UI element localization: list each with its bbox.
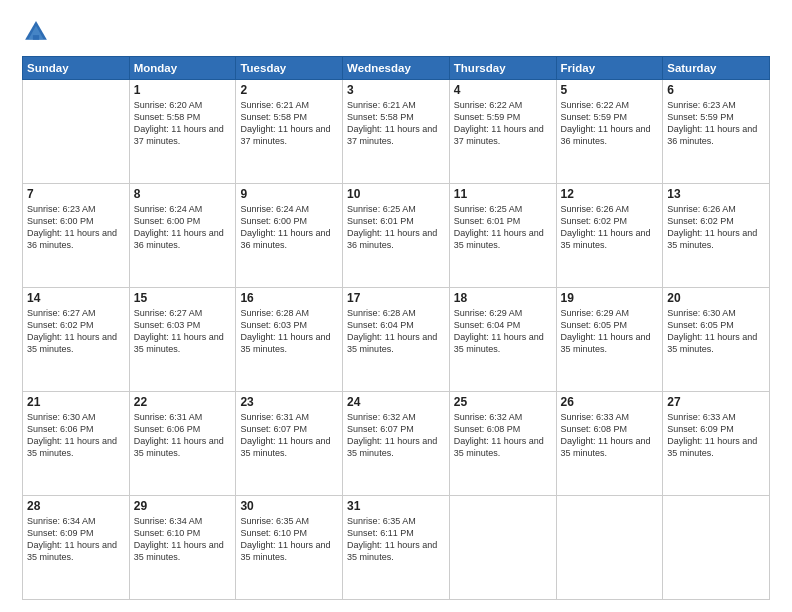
day-cell — [23, 80, 130, 184]
calendar-table: SundayMondayTuesdayWednesdayThursdayFrid… — [22, 56, 770, 600]
day-number: 27 — [667, 395, 765, 409]
day-cell: 26Sunrise: 6:33 AMSunset: 6:08 PMDayligh… — [556, 392, 663, 496]
day-number: 26 — [561, 395, 659, 409]
day-number: 21 — [27, 395, 125, 409]
day-cell: 31Sunrise: 6:35 AMSunset: 6:11 PMDayligh… — [343, 496, 450, 600]
day-cell: 9Sunrise: 6:24 AMSunset: 6:00 PMDaylight… — [236, 184, 343, 288]
week-row-1: 7Sunrise: 6:23 AMSunset: 6:00 PMDaylight… — [23, 184, 770, 288]
day-info: Sunrise: 6:27 AMSunset: 6:02 PMDaylight:… — [27, 307, 125, 356]
day-number: 31 — [347, 499, 445, 513]
week-row-4: 28Sunrise: 6:34 AMSunset: 6:09 PMDayligh… — [23, 496, 770, 600]
weekday-header-sunday: Sunday — [23, 57, 130, 80]
day-cell — [449, 496, 556, 600]
day-info: Sunrise: 6:23 AMSunset: 5:59 PMDaylight:… — [667, 99, 765, 148]
day-number: 3 — [347, 83, 445, 97]
svg-rect-2 — [33, 35, 39, 40]
day-info: Sunrise: 6:33 AMSunset: 6:08 PMDaylight:… — [561, 411, 659, 460]
logo-icon — [22, 18, 50, 46]
day-info: Sunrise: 6:24 AMSunset: 6:00 PMDaylight:… — [134, 203, 232, 252]
day-cell: 25Sunrise: 6:32 AMSunset: 6:08 PMDayligh… — [449, 392, 556, 496]
day-number: 19 — [561, 291, 659, 305]
day-number: 8 — [134, 187, 232, 201]
day-cell: 20Sunrise: 6:30 AMSunset: 6:05 PMDayligh… — [663, 288, 770, 392]
day-number: 22 — [134, 395, 232, 409]
day-number: 6 — [667, 83, 765, 97]
day-cell — [663, 496, 770, 600]
day-cell: 7Sunrise: 6:23 AMSunset: 6:00 PMDaylight… — [23, 184, 130, 288]
day-cell: 29Sunrise: 6:34 AMSunset: 6:10 PMDayligh… — [129, 496, 236, 600]
day-info: Sunrise: 6:31 AMSunset: 6:07 PMDaylight:… — [240, 411, 338, 460]
day-number: 30 — [240, 499, 338, 513]
day-info: Sunrise: 6:24 AMSunset: 6:00 PMDaylight:… — [240, 203, 338, 252]
day-cell: 15Sunrise: 6:27 AMSunset: 6:03 PMDayligh… — [129, 288, 236, 392]
day-info: Sunrise: 6:26 AMSunset: 6:02 PMDaylight:… — [561, 203, 659, 252]
day-info: Sunrise: 6:20 AMSunset: 5:58 PMDaylight:… — [134, 99, 232, 148]
day-info: Sunrise: 6:29 AMSunset: 6:05 PMDaylight:… — [561, 307, 659, 356]
day-cell: 4Sunrise: 6:22 AMSunset: 5:59 PMDaylight… — [449, 80, 556, 184]
day-cell — [556, 496, 663, 600]
day-number: 18 — [454, 291, 552, 305]
day-info: Sunrise: 6:25 AMSunset: 6:01 PMDaylight:… — [347, 203, 445, 252]
day-cell: 3Sunrise: 6:21 AMSunset: 5:58 PMDaylight… — [343, 80, 450, 184]
day-info: Sunrise: 6:28 AMSunset: 6:03 PMDaylight:… — [240, 307, 338, 356]
day-info: Sunrise: 6:33 AMSunset: 6:09 PMDaylight:… — [667, 411, 765, 460]
day-number: 10 — [347, 187, 445, 201]
day-info: Sunrise: 6:34 AMSunset: 6:10 PMDaylight:… — [134, 515, 232, 564]
day-number: 7 — [27, 187, 125, 201]
page: SundayMondayTuesdayWednesdayThursdayFrid… — [0, 0, 792, 612]
day-number: 14 — [27, 291, 125, 305]
day-info: Sunrise: 6:23 AMSunset: 6:00 PMDaylight:… — [27, 203, 125, 252]
day-number: 25 — [454, 395, 552, 409]
day-info: Sunrise: 6:30 AMSunset: 6:05 PMDaylight:… — [667, 307, 765, 356]
day-info: Sunrise: 6:34 AMSunset: 6:09 PMDaylight:… — [27, 515, 125, 564]
day-number: 2 — [240, 83, 338, 97]
weekday-header-tuesday: Tuesday — [236, 57, 343, 80]
day-number: 24 — [347, 395, 445, 409]
day-info: Sunrise: 6:21 AMSunset: 5:58 PMDaylight:… — [347, 99, 445, 148]
day-cell: 6Sunrise: 6:23 AMSunset: 5:59 PMDaylight… — [663, 80, 770, 184]
day-cell: 23Sunrise: 6:31 AMSunset: 6:07 PMDayligh… — [236, 392, 343, 496]
day-cell: 30Sunrise: 6:35 AMSunset: 6:10 PMDayligh… — [236, 496, 343, 600]
day-info: Sunrise: 6:27 AMSunset: 6:03 PMDaylight:… — [134, 307, 232, 356]
day-info: Sunrise: 6:21 AMSunset: 5:58 PMDaylight:… — [240, 99, 338, 148]
day-info: Sunrise: 6:22 AMSunset: 5:59 PMDaylight:… — [561, 99, 659, 148]
day-number: 15 — [134, 291, 232, 305]
day-number: 28 — [27, 499, 125, 513]
logo — [22, 18, 56, 46]
day-cell: 12Sunrise: 6:26 AMSunset: 6:02 PMDayligh… — [556, 184, 663, 288]
day-cell: 21Sunrise: 6:30 AMSunset: 6:06 PMDayligh… — [23, 392, 130, 496]
day-info: Sunrise: 6:26 AMSunset: 6:02 PMDaylight:… — [667, 203, 765, 252]
day-number: 1 — [134, 83, 232, 97]
day-number: 11 — [454, 187, 552, 201]
day-cell: 24Sunrise: 6:32 AMSunset: 6:07 PMDayligh… — [343, 392, 450, 496]
day-info: Sunrise: 6:29 AMSunset: 6:04 PMDaylight:… — [454, 307, 552, 356]
week-row-0: 1Sunrise: 6:20 AMSunset: 5:58 PMDaylight… — [23, 80, 770, 184]
day-number: 20 — [667, 291, 765, 305]
day-cell: 19Sunrise: 6:29 AMSunset: 6:05 PMDayligh… — [556, 288, 663, 392]
day-number: 23 — [240, 395, 338, 409]
weekday-header-saturday: Saturday — [663, 57, 770, 80]
day-info: Sunrise: 6:22 AMSunset: 5:59 PMDaylight:… — [454, 99, 552, 148]
day-info: Sunrise: 6:35 AMSunset: 6:10 PMDaylight:… — [240, 515, 338, 564]
day-info: Sunrise: 6:30 AMSunset: 6:06 PMDaylight:… — [27, 411, 125, 460]
day-cell: 2Sunrise: 6:21 AMSunset: 5:58 PMDaylight… — [236, 80, 343, 184]
weekday-header-friday: Friday — [556, 57, 663, 80]
week-row-3: 21Sunrise: 6:30 AMSunset: 6:06 PMDayligh… — [23, 392, 770, 496]
day-cell: 27Sunrise: 6:33 AMSunset: 6:09 PMDayligh… — [663, 392, 770, 496]
day-cell: 5Sunrise: 6:22 AMSunset: 5:59 PMDaylight… — [556, 80, 663, 184]
day-cell: 14Sunrise: 6:27 AMSunset: 6:02 PMDayligh… — [23, 288, 130, 392]
day-number: 29 — [134, 499, 232, 513]
day-cell: 16Sunrise: 6:28 AMSunset: 6:03 PMDayligh… — [236, 288, 343, 392]
day-cell: 8Sunrise: 6:24 AMSunset: 6:00 PMDaylight… — [129, 184, 236, 288]
day-info: Sunrise: 6:28 AMSunset: 6:04 PMDaylight:… — [347, 307, 445, 356]
day-info: Sunrise: 6:32 AMSunset: 6:07 PMDaylight:… — [347, 411, 445, 460]
day-number: 4 — [454, 83, 552, 97]
day-cell: 11Sunrise: 6:25 AMSunset: 6:01 PMDayligh… — [449, 184, 556, 288]
day-cell: 17Sunrise: 6:28 AMSunset: 6:04 PMDayligh… — [343, 288, 450, 392]
day-cell: 1Sunrise: 6:20 AMSunset: 5:58 PMDaylight… — [129, 80, 236, 184]
day-number: 9 — [240, 187, 338, 201]
weekday-header-thursday: Thursday — [449, 57, 556, 80]
header — [22, 18, 770, 46]
day-cell: 18Sunrise: 6:29 AMSunset: 6:04 PMDayligh… — [449, 288, 556, 392]
day-info: Sunrise: 6:31 AMSunset: 6:06 PMDaylight:… — [134, 411, 232, 460]
